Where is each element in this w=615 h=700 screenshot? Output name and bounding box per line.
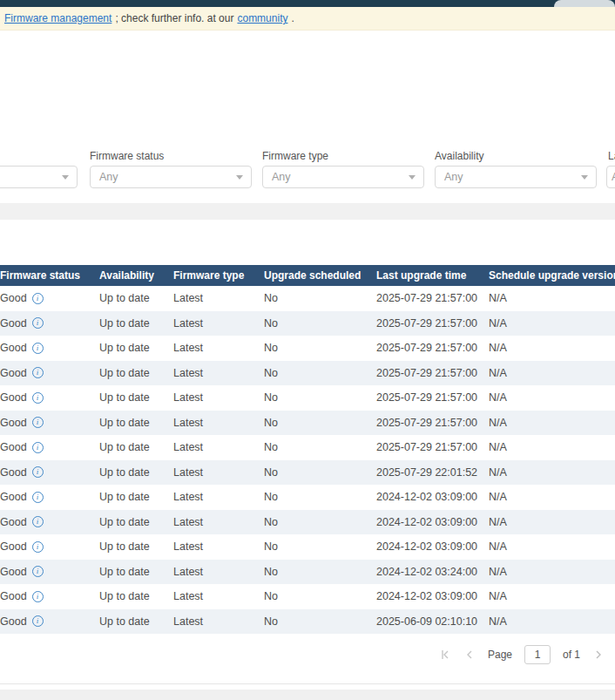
firmware-type-cell: Latest	[173, 491, 264, 503]
schedule-upgrade-version-cell: N/A	[489, 417, 615, 429]
divider	[0, 683, 615, 684]
upgrade-scheduled-cell: No	[264, 516, 376, 528]
availability-cell: Up to date	[99, 466, 173, 479]
info-icon[interactable]	[32, 293, 44, 304]
schedule-upgrade-version-cell: N/A	[489, 317, 615, 330]
last-upgrade-time-cell: 2024-12-02 03:09:00	[376, 516, 489, 528]
firmware-management-link[interactable]: Firmware management	[4, 12, 112, 24]
schedule-upgrade-version-cell: N/A	[489, 590, 615, 602]
upgrade-scheduled-cell: No	[264, 441, 376, 453]
firmware-status-value: Good	[0, 391, 27, 404]
firmware-type-cell: Latest	[173, 566, 264, 578]
info-icon[interactable]	[32, 516, 44, 527]
availability-dropdown[interactable]: Any	[435, 166, 597, 188]
table-row[interactable]: Good Up to date Latest No 2025-06-09 02:…	[0, 609, 615, 635]
table-row[interactable]: Good Up to date Latest No 2025-07-29 21:…	[0, 286, 615, 311]
upgrade-scheduled-cell: No	[264, 566, 376, 578]
filter-group-availability: Availability Any	[435, 150, 597, 188]
previous-page-icon[interactable]	[463, 649, 476, 661]
table-header-row: Firmware status Availability Firmware ty…	[0, 265, 615, 286]
upgrade-scheduled-cell: No	[264, 317, 376, 330]
info-icon[interactable]	[32, 343, 44, 354]
last-upgrade-time-cell: 2024-12-02 03:09:00	[376, 491, 489, 503]
info-icon[interactable]	[32, 591, 44, 602]
page-number-input[interactable]	[524, 645, 551, 664]
firmware-table: Firmware status Availability Firmware ty…	[0, 265, 615, 634]
column-header-schedule-upgrade-version: Schedule upgrade version	[489, 269, 615, 282]
firmware-status-dropdown[interactable]: Any	[90, 166, 252, 188]
community-link[interactable]: community	[237, 12, 287, 24]
firmware-type-cell: Latest	[173, 441, 264, 453]
firmware-type-cell: Latest	[173, 540, 264, 553]
firmware-type-cell: Latest	[173, 615, 264, 628]
last-upgrade-time-cell: 2025-07-29 21:57:00	[376, 292, 489, 304]
filter-dropdown-partial-left[interactable]	[0, 166, 78, 188]
last-upgrade-time-cell: 2024-12-02 03:24:00	[376, 566, 489, 578]
info-icon[interactable]	[32, 492, 44, 503]
firmware-status-value: Good	[0, 367, 27, 379]
table-row[interactable]: Good Up to date Latest No 2024-12-02 03:…	[0, 584, 615, 609]
table-row[interactable]: Good Up to date Latest No 2024-12-02 03:…	[0, 560, 615, 585]
notice-text: ; check further info. at our	[115, 12, 233, 24]
firmware-status-cell: Good	[0, 317, 99, 330]
info-icon[interactable]	[32, 615, 44, 627]
table-row[interactable]: Good Up to date Latest No 2025-07-29 21:…	[0, 336, 615, 361]
notice-banner: Firmware management ; check further info…	[0, 7, 615, 31]
info-icon[interactable]	[32, 541, 44, 553]
last-upgrade-time-cell: 2025-07-29 21:57:00	[376, 317, 489, 330]
firmware-status-value: Good	[0, 566, 27, 578]
firmware-status-cell: Good	[0, 466, 99, 479]
chevron-down-icon	[409, 175, 416, 180]
schedule-upgrade-version-cell: N/A	[489, 367, 615, 379]
info-icon[interactable]	[32, 417, 44, 428]
upgrade-scheduled-cell: No	[264, 391, 376, 404]
page-count-label: of 1	[563, 649, 580, 661]
availability-cell: Up to date	[99, 566, 173, 578]
info-icon[interactable]	[32, 466, 44, 478]
firmware-type-cell: Latest	[173, 391, 264, 404]
availability-cell: Up to date	[99, 540, 173, 553]
table-row[interactable]: Good Up to date Latest No 2024-12-02 03:…	[0, 485, 615, 510]
section-divider-band	[0, 203, 615, 220]
firmware-status-value: Good	[0, 317, 27, 330]
last-upgrade-time-cell: 2025-07-29 21:57:00	[376, 391, 489, 404]
first-page-icon[interactable]	[439, 649, 451, 661]
horizontal-scrollbar[interactable]	[0, 690, 615, 700]
table-row[interactable]: Good Up to date Latest No 2025-07-29 21:…	[0, 385, 615, 411]
last-upgrade-time-cell: 2025-07-29 22:01:52	[376, 466, 489, 479]
info-icon[interactable]	[32, 367, 44, 378]
column-header-firmware-status: Firmware status	[0, 269, 99, 282]
upgrade-scheduled-cell: No	[264, 342, 376, 354]
table-row[interactable]: Good Up to date Latest No 2025-07-29 22:…	[0, 460, 615, 486]
firmware-status-cell: Good	[0, 590, 99, 602]
notice-text-end: .	[291, 12, 294, 24]
next-page-icon[interactable]	[592, 649, 605, 661]
firmware-type-cell: Latest	[173, 292, 264, 304]
firmware-status-cell: Good	[0, 342, 99, 354]
firmware-status-cell: Good	[0, 417, 99, 429]
firmware-type-cell: Latest	[173, 317, 264, 330]
firmware-status-value: Good	[0, 516, 27, 528]
firmware-type-cell: Latest	[173, 516, 264, 528]
table-row[interactable]: Good Up to date Latest No 2025-07-29 21:…	[0, 361, 615, 386]
info-icon[interactable]	[32, 566, 44, 577]
info-icon[interactable]	[32, 392, 44, 404]
upgrade-scheduled-cell: No	[264, 367, 376, 379]
table-row[interactable]: Good Up to date Latest No 2024-12-02 03:…	[0, 510, 615, 535]
schedule-upgrade-version-cell: N/A	[489, 566, 615, 578]
dropdown-selected-value: Any	[612, 171, 615, 183]
table-row[interactable]: Good Up to date Latest No 2025-07-29 21:…	[0, 411, 615, 436]
firmware-type-dropdown[interactable]: Any	[262, 166, 424, 188]
table-row[interactable]: Good Up to date Latest No 2025-07-29 21:…	[0, 311, 615, 336]
table-row[interactable]: Good Up to date Latest No 2025-07-29 21:…	[0, 435, 615, 460]
availability-cell: Up to date	[99, 417, 173, 429]
firmware-status-value: Good	[0, 292, 27, 304]
partial-right-dropdown[interactable]: Any	[606, 166, 615, 188]
firmware-status-cell: Good	[0, 391, 99, 404]
schedule-upgrade-version-cell: N/A	[489, 491, 615, 503]
availability-cell: Up to date	[99, 590, 173, 602]
table-row[interactable]: Good Up to date Latest No 2024-12-02 03:…	[0, 534, 615, 560]
schedule-upgrade-version-cell: N/A	[489, 391, 615, 404]
info-icon[interactable]	[32, 317, 44, 329]
info-icon[interactable]	[32, 442, 44, 453]
